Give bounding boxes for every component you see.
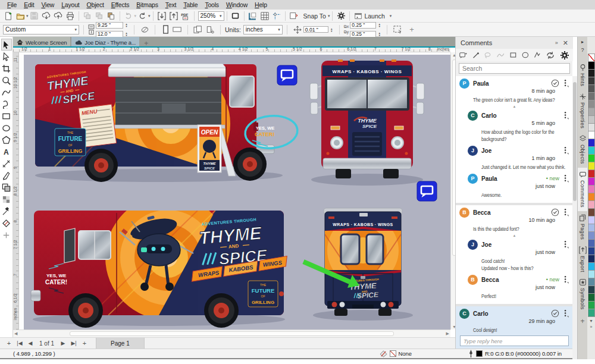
palette-swatch-a8e4f2[interactable] — [588, 270, 595, 278]
add-docker-button[interactable]: + — [580, 317, 584, 325]
comments-search-input[interactable]: Search — [459, 63, 570, 74]
comments-scrollbar[interactable] — [572, 76, 577, 359]
palette-swatch-a8bce8[interactable] — [588, 224, 595, 232]
lasso-icon[interactable] — [484, 51, 491, 59]
draw-curve-icon[interactable] — [497, 51, 505, 59]
resolve-all-icon[interactable] — [546, 51, 556, 59]
comment-menu-icon[interactable] — [563, 275, 569, 284]
palette-swatch-f28522[interactable] — [588, 193, 595, 201]
options-gear-icon[interactable] — [335, 11, 347, 21]
palette-swatch-156633[interactable] — [588, 293, 595, 302]
draw-rectangle-icon[interactable] — [510, 51, 516, 59]
tool-freehand[interactable] — [1, 86, 12, 98]
palette-swatch-f2a8bc[interactable] — [588, 200, 595, 209]
all-pages-icon[interactable] — [192, 24, 204, 35]
comment-menu-icon[interactable] — [563, 79, 569, 87]
save-icon[interactable] — [29, 11, 40, 21]
palette-expand[interactable]: » — [590, 325, 593, 329]
open-icon[interactable] — [14, 11, 26, 21]
resolve-check-icon[interactable] — [551, 309, 559, 318]
menu-view[interactable]: View — [37, 0, 58, 10]
tool-ellipse[interactable] — [1, 122, 12, 134]
menu-layout[interactable]: Layout — [58, 0, 83, 10]
palette-swatch-23cccc[interactable] — [588, 146, 595, 155]
tool-smart-fill[interactable] — [1, 217, 12, 229]
dup-y-field[interactable]: 0.25 " — [350, 31, 376, 37]
rulers-toggle-icon[interactable] — [247, 11, 259, 21]
tool-pen[interactable] — [1, 170, 12, 181]
page-width-field[interactable]: 9.25 " — [96, 22, 123, 29]
palette-swatch-2fa67e[interactable] — [588, 309, 595, 317]
comment-thread-2[interactable]: BBecca10 min agoIs this the updated font… — [456, 205, 573, 306]
import-icon[interactable] — [156, 11, 168, 21]
palette-swatch-23408c[interactable] — [588, 247, 595, 255]
menu-edit[interactable]: Edit — [20, 0, 37, 10]
last-page-button[interactable]: ▶| — [68, 340, 79, 346]
draw-line-icon[interactable] — [472, 51, 480, 59]
next-page-button[interactable]: ▶ — [58, 340, 68, 346]
comment-menu-icon[interactable] — [563, 146, 569, 155]
treat-as-filled-icon[interactable] — [392, 24, 403, 35]
tool-crop[interactable] — [1, 62, 12, 74]
cloud-download-icon[interactable] — [40, 11, 52, 21]
palette-swatch-c6c6c6[interactable] — [588, 115, 595, 124]
add-note-icon[interactable] — [459, 51, 467, 59]
palette-swatch-2323cc[interactable] — [588, 139, 595, 147]
palette-swatch-8d8d8d[interactable] — [588, 100, 595, 108]
scroll-left-icon[interactable]: ◀ — [14, 331, 17, 336]
tool-artistic-media[interactable] — [1, 98, 12, 110]
palette-swatch-555555[interactable] — [588, 84, 595, 93]
canvas-horizontal-scrollbar[interactable]: ◀ ▶ — [13, 330, 450, 337]
add-page-before-button[interactable]: + — [4, 340, 14, 347]
print-icon[interactable] — [64, 11, 76, 21]
menu-help[interactable]: Help — [251, 0, 271, 10]
show-page-border-icon[interactable] — [288, 11, 300, 21]
comment-menu-icon[interactable] — [563, 174, 569, 183]
palette-swatch-e2e2e2[interactable] — [588, 123, 595, 131]
add-propbar-icon[interactable]: + — [409, 25, 414, 34]
palette-swatch-cc2323[interactable] — [588, 170, 595, 178]
menu-text[interactable]: Text — [162, 0, 180, 10]
close-docker-icon[interactable]: ✕ — [563, 39, 568, 47]
portrait-icon[interactable] — [159, 24, 171, 35]
previous-page-button[interactable]: ◀ — [25, 340, 36, 346]
palette-scroll-down[interactable]: ▼ — [589, 319, 593, 323]
vertical-ruler[interactable]: 1110 1/2109 1/298 1/287 1/276 1/2inches — [13, 52, 19, 330]
palette-swatch-ffffff[interactable] — [588, 131, 595, 139]
palette-swatch-aaaaaa[interactable] — [588, 108, 595, 116]
tool-zoom[interactable] — [1, 74, 12, 86]
units-combo[interactable]: inches▾ — [243, 25, 283, 34]
tool-pick[interactable] — [1, 39, 12, 51]
tool-shape[interactable] — [1, 51, 12, 62]
fullscreen-preview-icon[interactable] — [230, 11, 242, 21]
add-page-after-button[interactable]: + — [79, 340, 90, 347]
expand-docker-icon[interactable]: » — [555, 40, 558, 46]
grid-toggle-icon[interactable] — [259, 11, 271, 21]
palette-swatch-ccccff[interactable] — [588, 216, 595, 224]
palette-swatch-1c1c1c[interactable] — [588, 69, 595, 77]
cloud-upload-icon[interactable] — [52, 11, 64, 21]
palette-swatch-7a90cc[interactable] — [588, 231, 595, 240]
resolve-check-icon[interactable] — [551, 79, 559, 87]
menu-window[interactable]: Window — [223, 0, 251, 10]
palette-swatch-e87ab8[interactable] — [588, 185, 595, 193]
palette-swatch-5c8aa0[interactable] — [588, 278, 595, 286]
paste-icon[interactable] — [105, 11, 117, 21]
menu-table[interactable]: Table — [180, 0, 201, 10]
page-1-tab[interactable]: Page 1 — [96, 338, 145, 349]
first-page-button[interactable]: |◀ — [14, 340, 25, 346]
comment-menu-icon[interactable] — [563, 208, 569, 216]
h-scrollbar-thumb[interactable] — [70, 331, 394, 336]
tool-polygon[interactable] — [1, 134, 12, 146]
comment-menu-icon[interactable] — [563, 111, 569, 120]
collapse-replies-icon[interactable]: ▲ — [456, 234, 573, 239]
horizontal-ruler[interactable]: 1/211 1/222 1/233 1/244 1/255 1/266 1/27… — [13, 48, 450, 52]
tool-text[interactable]: A — [1, 146, 12, 158]
palette-swatch-cc23cc[interactable] — [588, 177, 595, 186]
docker-tab-properties[interactable]: Properties — [578, 90, 588, 132]
menu-file[interactable]: File — [4, 0, 20, 10]
comment-marker-1[interactable] — [277, 65, 297, 85]
comment-thread-3[interactable]: CCarlo29 min agoCool design!Type reply h… — [456, 306, 573, 349]
menu-tools[interactable]: Tools — [201, 0, 223, 10]
draw-polygon-icon[interactable] — [534, 51, 541, 59]
